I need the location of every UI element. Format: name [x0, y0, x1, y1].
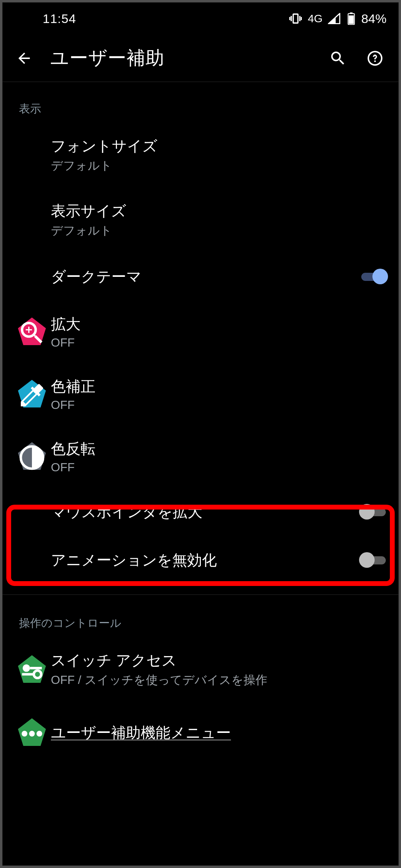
battery-percent: 84%: [360, 12, 387, 26]
item-title: 色補正: [51, 376, 388, 397]
svg-point-20: [36, 731, 42, 736]
section-header-display: 表示: [3, 82, 398, 122]
signal-icon: [328, 13, 340, 24]
page-title: ユーザー補助: [43, 46, 317, 71]
item-title: スイッチ アクセス: [51, 650, 388, 671]
eyedropper-icon: [17, 380, 47, 410]
switch-access-icon: [17, 655, 47, 684]
search-button[interactable]: [321, 43, 355, 73]
item-subtitle: デフォルト: [51, 158, 388, 174]
item-title: 表示サイズ: [51, 201, 388, 221]
section-header-controls: 操作のコントロール: [3, 596, 398, 637]
item-switch-access[interactable]: スイッチ アクセス OFF / スイッチを使ってデバイスを操作: [3, 637, 398, 702]
item-display-size[interactable]: 表示サイズ デフォルト: [3, 187, 398, 252]
svg-point-14: [34, 671, 41, 678]
status-bar: 11:54 4G 84%: [3, 3, 398, 35]
item-magnification[interactable]: 拡大 OFF: [3, 301, 398, 363]
item-large-pointer[interactable]: マウスポインタを拡大: [3, 488, 398, 536]
item-subtitle: OFF: [51, 336, 388, 350]
section-divider: [3, 595, 398, 595]
search-icon: [329, 49, 347, 67]
color-correction-icon: [17, 379, 47, 409]
switches-icon: [17, 656, 47, 685]
app-bar: ユーザー補助: [3, 35, 398, 82]
more-horiz-icon: [17, 719, 47, 749]
item-title: ユーザー補助機能メニュー: [51, 723, 388, 743]
back-button[interactable]: [9, 43, 39, 73]
dark-theme-switch[interactable]: [359, 268, 388, 285]
svg-rect-0: [293, 14, 298, 23]
svg-point-18: [22, 731, 27, 736]
item-title: マウスポインタを拡大: [51, 502, 351, 522]
network-type: 4G: [306, 12, 323, 25]
item-subtitle: OFF: [51, 461, 388, 474]
vibrate-icon: [289, 13, 302, 24]
large-pointer-switch[interactable]: [359, 504, 388, 520]
item-subtitle: OFF: [51, 398, 388, 412]
status-icons: 4G 84%: [289, 12, 387, 26]
item-subtitle: デフォルト: [51, 223, 388, 239]
arrow-back-icon: [16, 50, 33, 67]
item-title: 色反転: [51, 439, 388, 459]
status-time: 11:54: [14, 12, 76, 26]
zoom-in-icon: [17, 318, 47, 348]
item-accessibility-menu[interactable]: ユーザー補助機能メニュー: [3, 702, 398, 750]
contrast-icon: [17, 443, 47, 472]
item-dark-theme[interactable]: ダークテーマ: [3, 252, 398, 301]
item-color-inversion[interactable]: 色反転 OFF: [3, 425, 398, 488]
svg-rect-6: [350, 13, 352, 14]
item-title: アニメーションを無効化: [51, 550, 351, 570]
item-subtitle: OFF / スイッチを使ってデバイスを操作: [51, 672, 388, 688]
magnification-icon: [17, 317, 47, 347]
item-title: ダークテーマ: [51, 266, 351, 287]
item-font-size[interactable]: フォントサイズ デフォルト: [3, 122, 398, 187]
svg-rect-7: [349, 16, 354, 24]
settings-list: 表示 フォントサイズ デフォルト 表示サイズ デフォルト ダークテーマ: [3, 82, 398, 750]
help-button[interactable]: [358, 43, 392, 73]
item-disable-animations[interactable]: アニメーションを無効化: [3, 536, 398, 584]
help-icon: [366, 49, 384, 67]
accessibility-menu-icon: [17, 718, 47, 747]
svg-point-19: [29, 731, 35, 736]
item-color-correction[interactable]: 色補正 OFF: [3, 363, 398, 425]
disable-animations-switch[interactable]: [359, 552, 388, 568]
item-title: フォントサイズ: [51, 136, 388, 156]
item-title: 拡大: [51, 314, 388, 334]
color-inversion-icon: [17, 442, 47, 471]
battery-icon: [345, 12, 355, 25]
svg-point-13: [23, 664, 30, 672]
